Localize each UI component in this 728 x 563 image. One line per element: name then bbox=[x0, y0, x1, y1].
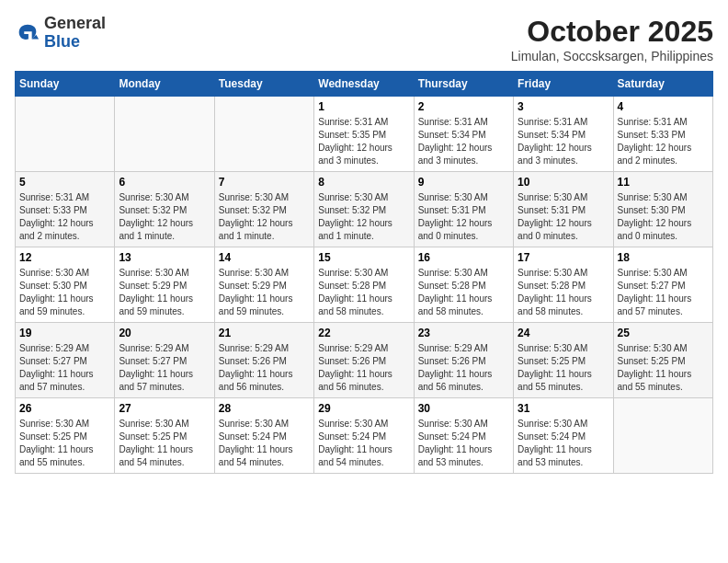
day-number: 26 bbox=[19, 402, 110, 415]
day-number: 17 bbox=[518, 251, 609, 264]
weekday-header-wednesday: Wednesday bbox=[314, 72, 414, 97]
calendar-cell: 9Sunrise: 5:30 AMSunset: 5:31 PMDaylight… bbox=[414, 172, 513, 247]
day-number: 31 bbox=[518, 402, 609, 415]
weekday-header-monday: Monday bbox=[115, 72, 214, 97]
day-info: Sunrise: 5:31 AMSunset: 5:35 PMDaylight:… bbox=[318, 116, 409, 167]
day-number: 27 bbox=[119, 402, 210, 415]
day-info: Sunrise: 5:29 AMSunset: 5:27 PMDaylight:… bbox=[19, 342, 110, 394]
calendar-cell: 10Sunrise: 5:30 AMSunset: 5:31 PMDayligh… bbox=[514, 172, 613, 247]
calendar-cell: 12Sunrise: 5:30 AMSunset: 5:30 PMDayligh… bbox=[16, 247, 115, 323]
day-number: 15 bbox=[318, 251, 409, 264]
week-row-5: 26Sunrise: 5:30 AMSunset: 5:25 PMDayligh… bbox=[16, 398, 713, 474]
week-row-4: 19Sunrise: 5:29 AMSunset: 5:27 PMDayligh… bbox=[16, 323, 713, 398]
calendar-cell bbox=[16, 97, 115, 172]
calendar-cell: 16Sunrise: 5:30 AMSunset: 5:28 PMDayligh… bbox=[414, 247, 513, 323]
day-number: 20 bbox=[119, 327, 210, 339]
day-number: 10 bbox=[518, 176, 609, 189]
calendar-cell: 24Sunrise: 5:30 AMSunset: 5:25 PMDayligh… bbox=[514, 323, 613, 398]
logo: General Blue bbox=[15, 15, 106, 52]
location-text: Limulan, Soccsksargen, Philippines bbox=[511, 49, 713, 63]
calendar-cell: 28Sunrise: 5:30 AMSunset: 5:24 PMDayligh… bbox=[214, 398, 313, 474]
calendar-cell: 6Sunrise: 5:30 AMSunset: 5:32 PMDaylight… bbox=[115, 172, 214, 247]
day-number: 16 bbox=[418, 251, 509, 264]
calendar-cell bbox=[115, 97, 214, 172]
calendar-cell: 31Sunrise: 5:30 AMSunset: 5:24 PMDayligh… bbox=[514, 398, 613, 474]
calendar-cell: 25Sunrise: 5:30 AMSunset: 5:25 PMDayligh… bbox=[613, 323, 712, 398]
calendar-cell bbox=[613, 398, 712, 474]
calendar-cell: 19Sunrise: 5:29 AMSunset: 5:27 PMDayligh… bbox=[16, 323, 115, 398]
page-header: General Blue October 2025 Limulan, Soccs… bbox=[15, 15, 713, 63]
day-number: 6 bbox=[119, 176, 210, 189]
day-info: Sunrise: 5:30 AMSunset: 5:24 PMDaylight:… bbox=[219, 418, 310, 469]
weekday-header-friday: Friday bbox=[514, 72, 613, 97]
calendar-cell: 27Sunrise: 5:30 AMSunset: 5:25 PMDayligh… bbox=[115, 398, 214, 474]
day-info: Sunrise: 5:30 AMSunset: 5:27 PMDaylight:… bbox=[618, 267, 709, 318]
calendar-cell: 23Sunrise: 5:29 AMSunset: 5:26 PMDayligh… bbox=[414, 323, 513, 398]
day-info: Sunrise: 5:30 AMSunset: 5:29 PMDaylight:… bbox=[119, 267, 210, 318]
week-row-3: 12Sunrise: 5:30 AMSunset: 5:30 PMDayligh… bbox=[16, 247, 713, 323]
weekday-header-tuesday: Tuesday bbox=[214, 72, 313, 97]
day-number: 9 bbox=[418, 176, 509, 189]
day-info: Sunrise: 5:30 AMSunset: 5:31 PMDaylight:… bbox=[418, 191, 509, 243]
week-row-1: 1Sunrise: 5:31 AMSunset: 5:35 PMDaylight… bbox=[16, 97, 713, 172]
day-info: Sunrise: 5:30 AMSunset: 5:24 PMDaylight:… bbox=[418, 418, 509, 469]
calendar-cell: 21Sunrise: 5:29 AMSunset: 5:26 PMDayligh… bbox=[214, 323, 313, 398]
day-number: 2 bbox=[418, 100, 509, 113]
calendar-cell: 14Sunrise: 5:30 AMSunset: 5:29 PMDayligh… bbox=[214, 247, 313, 323]
day-info: Sunrise: 5:31 AMSunset: 5:33 PMDaylight:… bbox=[618, 116, 709, 167]
day-info: Sunrise: 5:30 AMSunset: 5:25 PMDaylight:… bbox=[19, 418, 110, 469]
calendar-cell bbox=[214, 97, 313, 172]
month-title: October 2025 bbox=[511, 15, 713, 49]
calendar-cell: 18Sunrise: 5:30 AMSunset: 5:27 PMDayligh… bbox=[613, 247, 712, 323]
day-number: 1 bbox=[318, 100, 409, 113]
day-info: Sunrise: 5:30 AMSunset: 5:32 PMDaylight:… bbox=[219, 191, 310, 243]
calendar-cell: 11Sunrise: 5:30 AMSunset: 5:30 PMDayligh… bbox=[613, 172, 712, 247]
day-info: Sunrise: 5:30 AMSunset: 5:24 PMDaylight:… bbox=[518, 418, 609, 469]
logo-blue-text: Blue bbox=[44, 32, 80, 51]
calendar-cell: 15Sunrise: 5:30 AMSunset: 5:28 PMDayligh… bbox=[314, 247, 414, 323]
day-info: Sunrise: 5:30 AMSunset: 5:28 PMDaylight:… bbox=[518, 267, 609, 318]
weekday-header-thursday: Thursday bbox=[414, 72, 513, 97]
day-info: Sunrise: 5:29 AMSunset: 5:26 PMDaylight:… bbox=[318, 342, 409, 394]
day-number: 3 bbox=[518, 100, 609, 113]
calendar-cell: 4Sunrise: 5:31 AMSunset: 5:33 PMDaylight… bbox=[613, 97, 712, 172]
calendar-cell: 8Sunrise: 5:30 AMSunset: 5:32 PMDaylight… bbox=[314, 172, 414, 247]
title-block: October 2025 Limulan, Soccsksargen, Phil… bbox=[511, 15, 713, 63]
day-info: Sunrise: 5:30 AMSunset: 5:32 PMDaylight:… bbox=[119, 191, 210, 243]
day-number: 19 bbox=[19, 327, 110, 339]
calendar-cell: 22Sunrise: 5:29 AMSunset: 5:26 PMDayligh… bbox=[314, 323, 414, 398]
day-info: Sunrise: 5:31 AMSunset: 5:34 PMDaylight:… bbox=[518, 116, 609, 167]
day-number: 30 bbox=[418, 402, 509, 415]
day-number: 5 bbox=[19, 176, 110, 189]
calendar-cell: 7Sunrise: 5:30 AMSunset: 5:32 PMDaylight… bbox=[214, 172, 313, 247]
day-info: Sunrise: 5:30 AMSunset: 5:24 PMDaylight:… bbox=[318, 418, 409, 469]
day-number: 8 bbox=[318, 176, 409, 189]
day-number: 25 bbox=[618, 327, 709, 339]
day-info: Sunrise: 5:30 AMSunset: 5:28 PMDaylight:… bbox=[318, 267, 409, 318]
calendar-cell: 29Sunrise: 5:30 AMSunset: 5:24 PMDayligh… bbox=[314, 398, 414, 474]
calendar-cell: 5Sunrise: 5:31 AMSunset: 5:33 PMDaylight… bbox=[16, 172, 115, 247]
calendar-cell: 3Sunrise: 5:31 AMSunset: 5:34 PMDaylight… bbox=[514, 97, 613, 172]
calendar-table: SundayMondayTuesdayWednesdayThursdayFrid… bbox=[15, 71, 713, 474]
day-info: Sunrise: 5:30 AMSunset: 5:31 PMDaylight:… bbox=[518, 191, 609, 243]
day-number: 24 bbox=[518, 327, 609, 339]
weekday-header-sunday: Sunday bbox=[16, 72, 115, 97]
weekday-header-saturday: Saturday bbox=[613, 72, 712, 97]
day-info: Sunrise: 5:30 AMSunset: 5:32 PMDaylight:… bbox=[318, 191, 409, 243]
day-info: Sunrise: 5:30 AMSunset: 5:29 PMDaylight:… bbox=[219, 267, 310, 318]
calendar-cell: 17Sunrise: 5:30 AMSunset: 5:28 PMDayligh… bbox=[514, 247, 613, 323]
day-number: 14 bbox=[219, 251, 310, 264]
day-info: Sunrise: 5:29 AMSunset: 5:27 PMDaylight:… bbox=[119, 342, 210, 394]
day-info: Sunrise: 5:30 AMSunset: 5:28 PMDaylight:… bbox=[418, 267, 509, 318]
logo-icon bbox=[15, 20, 40, 46]
day-number: 28 bbox=[219, 402, 310, 415]
day-number: 21 bbox=[219, 327, 310, 339]
day-info: Sunrise: 5:29 AMSunset: 5:26 PMDaylight:… bbox=[418, 342, 509, 394]
day-number: 18 bbox=[618, 251, 709, 264]
day-info: Sunrise: 5:30 AMSunset: 5:25 PMDaylight:… bbox=[618, 342, 709, 394]
day-info: Sunrise: 5:29 AMSunset: 5:26 PMDaylight:… bbox=[219, 342, 310, 394]
calendar-cell: 26Sunrise: 5:30 AMSunset: 5:25 PMDayligh… bbox=[16, 398, 115, 474]
logo-general-text: General bbox=[44, 14, 106, 32]
day-number: 29 bbox=[318, 402, 409, 415]
day-number: 4 bbox=[618, 100, 709, 113]
